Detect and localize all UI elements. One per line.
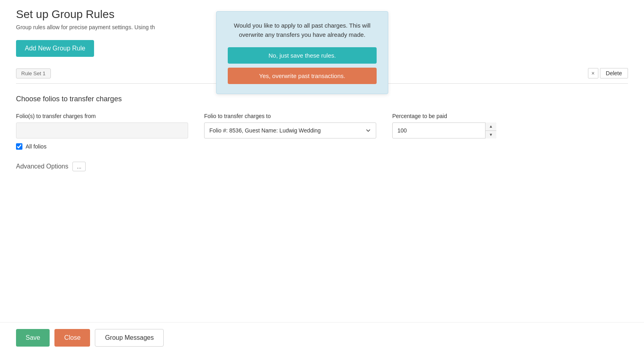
save-button[interactable]: Save [16, 329, 50, 347]
section-title: Choose folios to transfer charges [16, 95, 628, 103]
advanced-options-button[interactable]: ... [72, 162, 86, 171]
popup-overlay: Would you like to apply to all past char… [216, 11, 388, 94]
percentage-input[interactable] [392, 122, 496, 138]
footer-bar: Save Close Group Messages [0, 322, 644, 353]
rule-set-label: Rule Set 1 [16, 68, 51, 78]
close-button[interactable]: Close [54, 329, 90, 347]
delete-button-group: × Delete [588, 68, 628, 78]
popup-message: Would you like to apply to all past char… [228, 21, 377, 39]
advanced-options-row: Advanced Options ... [16, 162, 628, 171]
form-row: Folio(s) to transfer charges from All fo… [16, 113, 628, 150]
delete-button[interactable]: Delete [600, 68, 628, 78]
percentage-group: Percentage to be paid ▲ ▼ [392, 113, 496, 138]
number-spinners: ▲ ▼ [485, 122, 496, 138]
spinner-down-button[interactable]: ▼ [486, 131, 496, 139]
all-folios-row: All folios [16, 143, 188, 150]
delete-x-button[interactable]: × [588, 68, 598, 78]
group-messages-button[interactable]: Group Messages [95, 329, 164, 347]
folio-to-group: Folio to transfer charges to Folio #: 85… [204, 113, 376, 138]
folio-from-label: Folio(s) to transfer charges from [16, 113, 188, 119]
all-folios-checkbox[interactable] [16, 143, 22, 150]
advanced-options-label: Advanced Options [16, 163, 68, 170]
percentage-input-wrapper: ▲ ▼ [392, 122, 496, 138]
all-folios-label[interactable]: All folios [26, 143, 46, 150]
folio-from-input[interactable] [16, 122, 188, 138]
popup-no-button[interactable]: No, just save these rules. [228, 47, 377, 64]
folio-to-select[interactable]: Folio #: 8536, Guest Name: Ludwig Weddin… [204, 122, 376, 138]
popup-yes-button[interactable]: Yes, overwrite past transactions. [228, 68, 377, 84]
spinner-up-button[interactable]: ▲ [486, 122, 496, 131]
folio-to-label: Folio to transfer charges to [204, 113, 376, 119]
folio-from-group: Folio(s) to transfer charges from All fo… [16, 113, 188, 150]
percentage-label: Percentage to be paid [392, 113, 496, 119]
add-new-group-rule-button[interactable]: Add New Group Rule [16, 40, 94, 57]
